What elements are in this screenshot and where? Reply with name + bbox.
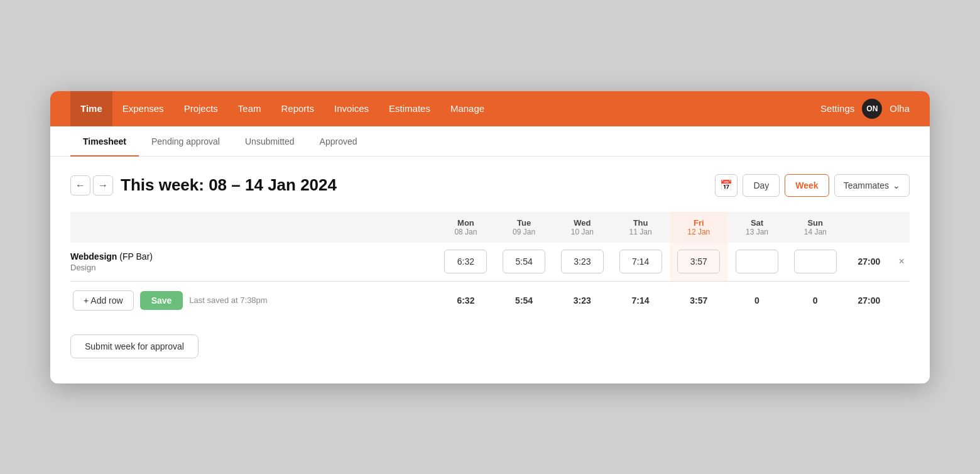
header-sat: Sat 13 Jan: [728, 212, 787, 243]
footer-total-sat: 0: [728, 281, 787, 319]
tab-pending-approval[interactable]: Pending approval: [139, 126, 232, 157]
time-cell-mon: [437, 243, 495, 282]
time-cell-fri: [670, 243, 728, 282]
nav-item-time[interactable]: Time: [70, 91, 112, 126]
day-date-sat: 13 Jan: [732, 228, 783, 236]
week-title: This week: 08 – 14 Jan 2024: [121, 175, 337, 195]
app-window: Time Expenses Projects Team Reports Invo…: [50, 91, 930, 383]
settings-link[interactable]: Settings: [820, 103, 854, 114]
calendar-icon: 📅: [720, 179, 732, 191]
tabs-bar: Timesheet Pending approval Unsubmitted A…: [50, 126, 930, 157]
time-input-sun[interactable]: [794, 250, 837, 273]
day-name-wed: Wed: [557, 218, 607, 228]
day-date-wed: 10 Jan: [557, 228, 607, 236]
tab-timesheet[interactable]: Timesheet: [70, 126, 139, 157]
teammates-label: Teammates: [844, 180, 889, 190]
nav-item-estimates[interactable]: Estimates: [379, 91, 440, 126]
header-action: [894, 212, 910, 243]
week-header: ← → This week: 08 – 14 Jan 2024 📅 Day We…: [70, 174, 910, 197]
day-name-mon: Mon: [440, 218, 491, 228]
day-name-sun: Sun: [790, 218, 841, 228]
day-date-thu: 11 Jan: [615, 228, 666, 236]
footer-actions: + Add row Save Last saved at 7:38pm: [73, 290, 434, 311]
tab-approved[interactable]: Approved: [307, 126, 370, 157]
header-total: [844, 212, 894, 243]
nav-item-invoices[interactable]: Invoices: [324, 91, 379, 126]
footer-total-tue: 5:54: [495, 281, 553, 319]
header-row: Mon 08 Jan Tue 09 Jan Wed 10 Jan Thu 11 …: [70, 212, 910, 243]
time-cell-thu: [611, 243, 670, 282]
table-row: Webdesign (FP Bar) Design: [70, 243, 910, 282]
day-date-sun: 14 Jan: [790, 228, 841, 236]
footer-total-fri: 3:57: [670, 281, 728, 319]
time-input-wed[interactable]: [561, 250, 604, 273]
delete-row-button[interactable]: ×: [894, 253, 910, 270]
header-fri: Fri 12 Jan: [670, 212, 728, 243]
add-row-button[interactable]: + Add row: [73, 290, 134, 311]
nav-item-reports[interactable]: Reports: [271, 91, 325, 126]
header-thu: Thu 11 Jan: [611, 212, 670, 243]
timesheet-table: Mon 08 Jan Tue 09 Jan Wed 10 Jan Thu 11 …: [70, 212, 910, 319]
time-input-thu[interactable]: [619, 250, 662, 273]
client-name: (FP Bar): [119, 251, 153, 262]
header-sun: Sun 14 Jan: [786, 212, 844, 243]
tab-unsubmitted[interactable]: Unsubmitted: [232, 126, 307, 157]
teammates-button[interactable]: Teammates ⌄: [834, 174, 910, 197]
submit-week-button[interactable]: Submit week for approval: [70, 334, 199, 358]
time-input-tue[interactable]: [503, 250, 545, 273]
nav-item-team[interactable]: Team: [228, 91, 271, 126]
footer-grand-total: 27:00: [844, 281, 894, 319]
nav-item-projects[interactable]: Projects: [174, 91, 228, 126]
day-view-button[interactable]: Day: [743, 174, 780, 197]
project-cell: Webdesign (FP Bar) Design: [70, 243, 437, 282]
day-date-fri: 12 Jan: [673, 228, 724, 236]
header-tue: Tue 09 Jan: [495, 212, 553, 243]
nav-item-manage[interactable]: Manage: [440, 91, 494, 126]
project-name-bold: Webdesign: [70, 251, 117, 262]
chevron-down-icon: ⌄: [893, 180, 900, 190]
username-label: Olha: [890, 103, 910, 114]
header-mon: Mon 08 Jan: [437, 212, 495, 243]
project-name: Webdesign (FP Bar): [70, 251, 437, 262]
top-nav: Time Expenses Projects Team Reports Invo…: [50, 91, 930, 126]
day-date-tue: 09 Jan: [499, 228, 550, 236]
time-input-mon[interactable]: [444, 250, 487, 273]
day-name-fri: Fri: [673, 218, 724, 228]
day-date-mon: 08 Jan: [440, 228, 491, 236]
main-content: ← → This week: 08 – 14 Jan 2024 📅 Day We…: [50, 157, 930, 383]
header-wed: Wed 10 Jan: [553, 212, 611, 243]
submit-section: Submit week for approval: [70, 334, 910, 358]
next-week-button[interactable]: →: [93, 175, 113, 196]
footer-row: + Add row Save Last saved at 7:38pm 6:32…: [70, 281, 910, 319]
footer-total-wed: 3:23: [553, 281, 611, 319]
view-controls: 📅 Day Week Teammates ⌄: [715, 174, 910, 197]
delete-cell: ×: [894, 243, 910, 282]
header-project: [70, 212, 437, 243]
footer-total-sun: 0: [786, 281, 844, 319]
last-saved-label: Last saved at 7:38pm: [189, 295, 267, 305]
day-name-tue: Tue: [499, 218, 550, 228]
footer-total-thu: 7:14: [611, 281, 670, 319]
day-name-thu: Thu: [615, 218, 666, 228]
prev-week-button[interactable]: ←: [70, 175, 90, 196]
calendar-button[interactable]: 📅: [715, 174, 738, 197]
day-name-sat: Sat: [732, 218, 783, 228]
footer-actions-cell: + Add row Save Last saved at 7:38pm: [70, 281, 437, 319]
time-cell-tue: [495, 243, 553, 282]
footer-action-spacer: [894, 281, 910, 319]
time-input-sat[interactable]: [736, 250, 778, 273]
nav-items: Time Expenses Projects Team Reports Invo…: [70, 91, 820, 126]
footer-total-mon: 6:32: [437, 281, 495, 319]
time-cell-sun: [786, 243, 844, 282]
time-input-fri[interactable]: [677, 250, 720, 273]
save-button[interactable]: Save: [140, 291, 183, 310]
project-task: Design: [70, 263, 437, 272]
time-cell-sat: [728, 243, 787, 282]
nav-right: Settings ON Olha: [820, 99, 910, 119]
avatar[interactable]: ON: [862, 99, 882, 119]
time-cell-wed: [553, 243, 611, 282]
week-view-button[interactable]: Week: [785, 174, 829, 197]
nav-item-expenses[interactable]: Expenses: [112, 91, 174, 126]
row-total: 27:00: [844, 243, 894, 282]
